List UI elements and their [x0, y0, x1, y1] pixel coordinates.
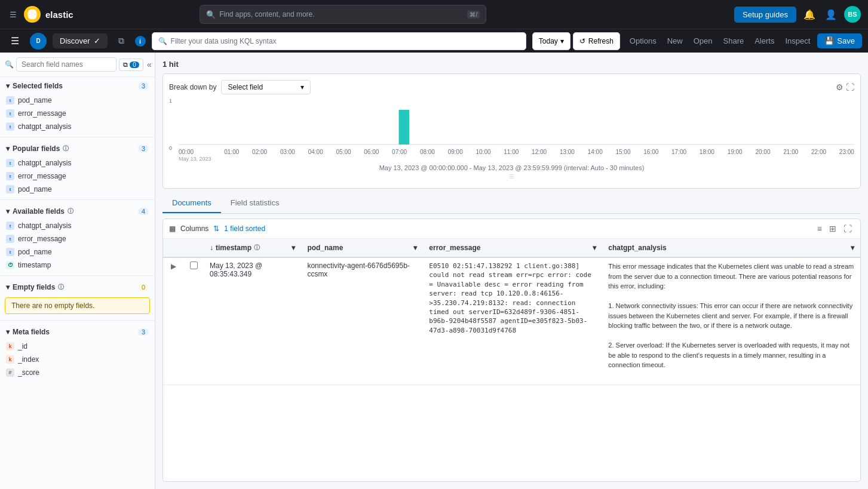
error-message-col-menu-icon[interactable]: ▾ — [593, 244, 596, 252]
timestamp-col-menu-icon[interactable]: ▾ — [292, 244, 295, 252]
field-type-icon: k — [6, 355, 14, 364]
field-label: error_message — [18, 172, 66, 180]
discover-tab[interactable]: Discover ✓ — [53, 33, 108, 48]
user-icon[interactable]: 👤 — [823, 7, 839, 23]
info-icon[interactable]: i — [135, 36, 146, 47]
meta-field-score[interactable]: # _score — [0, 366, 155, 379]
save-icon: 💾 — [824, 36, 834, 45]
chart-settings-icon[interactable]: ⚙ — [836, 82, 844, 92]
meta-fields-label: Meta fields — [13, 328, 50, 336]
save-label: Save — [837, 36, 855, 45]
time-06: 06:00 — [364, 149, 379, 162]
full-screen-table-button[interactable]: ⛶ — [841, 223, 854, 235]
chatgpt-analysis-cell: This error message indicates that the Ku… — [602, 257, 860, 385]
breakdown-select-field[interactable]: Select field ▾ — [221, 80, 311, 94]
tab-field-statistics[interactable]: Field statistics — [221, 193, 289, 213]
refresh-button[interactable]: ↺ Refresh — [573, 32, 620, 50]
svg-point-4 — [33, 11, 37, 18]
selected-fields-count: 3 — [138, 82, 149, 90]
alerts-button[interactable]: Alerts — [751, 34, 778, 48]
header-row: ↓ timestamp ⓘ ▾ pod_name ▾ — [163, 239, 860, 257]
selected-fields-header[interactable]: ▾ Selected fields 3 — [0, 77, 155, 93]
tab-documents[interactable]: Documents — [162, 193, 221, 213]
popular-fields-header[interactable]: ▾ Popular fields ⓘ 3 — [0, 140, 155, 155]
row-expand-cell: ▶ — [163, 257, 184, 385]
col-checkbox — [184, 239, 204, 257]
col-chatgpt-analysis[interactable]: chatgpt_analysis ▾ — [602, 239, 860, 257]
table-row: ▶ May 13, 2023 @ 08:35:43.349 konnectivi… — [163, 257, 860, 385]
second-nav: ☰ D Discover ✓ ⧉ i 🔍 Filter your data us… — [0, 29, 868, 53]
col-timestamp[interactable]: ↓ timestamp ⓘ ▾ — [204, 239, 301, 257]
chart-fullscreen-icon[interactable]: ⛶ — [846, 82, 854, 92]
share-button[interactable]: Share — [720, 34, 748, 48]
popular-fields-info[interactable]: ⓘ — [63, 144, 69, 153]
user-avatar[interactable]: BS — [844, 6, 861, 23]
empty-fields-count: 0 — [138, 284, 149, 291]
popular-fields-section: ▾ Popular fields ⓘ 3 t chatgpt_analysis … — [0, 140, 155, 197]
divider-3 — [0, 275, 155, 276]
sidebar-search-area: 🔍 ⧉ 0 « — [0, 53, 155, 77]
chatgpt-analysis-col-menu-icon[interactable]: ▾ — [851, 244, 854, 252]
open-button[interactable]: Open — [690, 34, 716, 48]
col-pod-name[interactable]: pod_name ▾ — [301, 239, 423, 257]
available-field-pod-name[interactable]: t pod_name — [0, 245, 155, 259]
selected-field-chatgpt-analysis[interactable]: t chatgpt_analysis — [0, 120, 155, 133]
discover-check-icon: ✓ — [94, 36, 100, 45]
filter-bar[interactable]: 🔍 Filter your data using KQL syntax — [152, 32, 526, 50]
field-label: chatgpt_analysis — [18, 122, 71, 131]
grid-view-button[interactable]: ⊞ — [827, 223, 839, 235]
available-fields-header[interactable]: ▾ Available fields ⓘ 4 — [0, 202, 155, 218]
empty-fields-header[interactable]: ▾ Empty fields ⓘ 0 — [0, 278, 155, 294]
search-icon-filter: 🔍 — [158, 37, 167, 45]
field-label: _index — [18, 355, 39, 364]
nav-menu-icon[interactable]: ☰ — [6, 33, 24, 49]
collapse-sidebar-button[interactable]: « — [146, 59, 153, 70]
time-22: 22:00 — [811, 149, 826, 162]
inspect-button[interactable]: Inspect — [781, 34, 814, 48]
setup-guides-button[interactable]: Setup guides — [734, 7, 796, 23]
meta-field-index[interactable]: k _index — [0, 353, 155, 366]
popular-field-pod-name[interactable]: t pod_name — [0, 183, 155, 196]
available-fields-list: t chatgpt_analysis t error_message t pod… — [0, 218, 155, 273]
search-shortcut: ⌘/ — [467, 11, 480, 19]
filter-icon[interactable]: ⧉ — [114, 33, 129, 48]
field-type-icon: k — [6, 342, 14, 350]
available-fields-info[interactable]: ⓘ — [68, 207, 73, 216]
table-toolbar-left: ▦ Columns ⇅ 1 field sorted — [169, 224, 265, 233]
available-field-timestamp[interactable]: ⏱ timestamp — [0, 259, 155, 272]
data-table: ↓ timestamp ⓘ ▾ pod_name ▾ — [163, 239, 860, 385]
notifications-icon[interactable]: 🔔 — [801, 7, 818, 23]
elastic-label: elastic — [45, 10, 73, 20]
pod-name-col-menu-icon[interactable]: ▾ — [413, 244, 417, 252]
y-label-zero: 0 — [169, 145, 172, 151]
empty-fields-info[interactable]: ⓘ — [58, 283, 64, 291]
pod-name-cell: konnectivity-agent-6676d5695b-ccsmx — [301, 257, 423, 385]
selected-field-error-message[interactable]: t error_message — [0, 107, 155, 120]
popular-field-error-message[interactable]: t error_message — [0, 170, 155, 183]
popular-field-chatgpt-analysis[interactable]: t chatgpt_analysis — [0, 156, 155, 170]
available-field-chatgpt-analysis[interactable]: t chatgpt_analysis — [0, 219, 155, 232]
save-button[interactable]: 💾 Save — [817, 33, 862, 48]
global-search-bar[interactable]: 🔍 Find apps, content, and more. ⌘/ — [200, 5, 486, 24]
chart-drag-handle[interactable]: ≡ — [169, 171, 854, 182]
meta-field-id[interactable]: k _id — [0, 340, 155, 353]
chart-header: Break down by Select field ▾ ⚙ ⛶ — [169, 80, 854, 94]
col-error-message[interactable]: error_message ▾ — [423, 239, 602, 257]
time-20: 20:00 — [755, 149, 770, 162]
sort-icon: ⇅ — [213, 224, 219, 233]
meta-fields-section: ▾ Meta fields 3 k _id k _index # _score — [0, 323, 155, 380]
meta-fields-header[interactable]: ▾ Meta fields 3 — [0, 323, 155, 339]
hamburger-button[interactable]: ☰ — [7, 8, 19, 21]
sidebar-search-input[interactable] — [16, 57, 116, 72]
row-view-button[interactable]: ≡ — [815, 223, 824, 235]
options-button[interactable]: Options — [626, 34, 660, 48]
selected-field-pod-name[interactable]: t pod_name — [0, 94, 155, 107]
row-checkbox[interactable] — [190, 262, 198, 269]
columns-icon: ▦ — [169, 224, 176, 233]
date-range-picker[interactable]: Today ▾ — [532, 32, 571, 50]
breakdown-controls: Break down by Select field ▾ — [169, 80, 311, 94]
expand-row-button[interactable]: ▶ — [169, 262, 178, 271]
available-field-error-message[interactable]: t error_message — [0, 232, 155, 245]
new-button[interactable]: New — [664, 34, 686, 48]
field-filter-button[interactable]: ⧉ 0 — [119, 59, 143, 71]
